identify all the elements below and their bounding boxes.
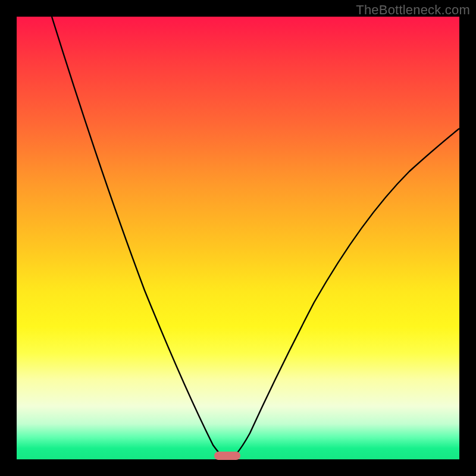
optimum-marker: [214, 452, 240, 460]
plot-area: [17, 17, 459, 459]
chart-frame: TheBottleneck.com: [0, 0, 476, 476]
bottleneck-curve: [17, 17, 459, 459]
curve-left-branch: [52, 17, 225, 459]
curve-right-branch: [231, 129, 459, 459]
watermark-text: TheBottleneck.com: [356, 2, 470, 18]
